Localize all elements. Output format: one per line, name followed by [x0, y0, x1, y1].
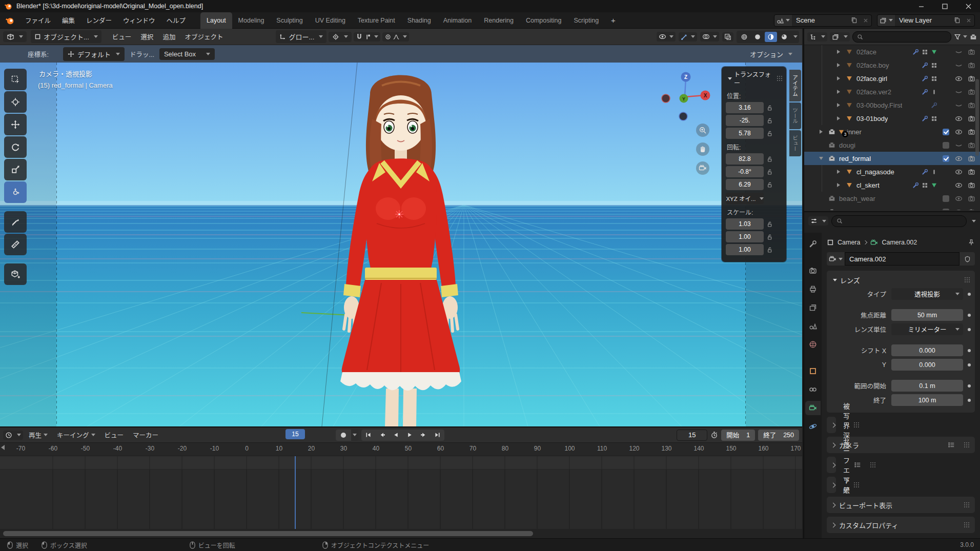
options-dropdown[interactable]: オプション: [745, 47, 797, 61]
timeline-scrollbar-thumb[interactable]: [3, 531, 533, 536]
outliner-display-mode-button[interactable]: [830, 32, 850, 42]
scene-unlink-icon[interactable]: [860, 17, 871, 24]
item-name[interactable]: 02face.girl: [856, 75, 887, 83]
viewport-canvas[interactable]: Z X Y: [0, 63, 802, 426]
workspace-tab[interactable]: Layout: [200, 12, 232, 29]
viewport-menu-item[interactable]: オブジェクト: [180, 30, 228, 44]
render-visibility-toggle[interactable]: [965, 208, 978, 211]
expand-icon[interactable]: [837, 76, 844, 80]
fake-user-shield-button[interactable]: [959, 252, 975, 266]
rotation-field[interactable]: 6.29: [726, 179, 764, 190]
workspace-tab[interactable]: Rendering: [478, 12, 520, 29]
proportional-editing-controls[interactable]: [382, 32, 409, 42]
collapsed-section-header[interactable]: カスタムプロパティ: [827, 517, 975, 533]
topbar-menu-item[interactable]: 編集: [56, 13, 80, 27]
camera-data-browse-button[interactable]: [827, 252, 845, 266]
outliner-row[interactable]: cl_skert: [804, 178, 980, 192]
new-collection-button[interactable]: [970, 33, 977, 40]
workspace-tab[interactable]: Sculpting: [270, 12, 309, 29]
rotation-mode-dropdown[interactable]: XYZ オイ...: [726, 193, 764, 204]
jump-to-start-button[interactable]: [361, 430, 375, 441]
breadcrumb-object[interactable]: Camera: [838, 239, 860, 246]
frame-start-field[interactable]: 開始1: [721, 430, 755, 441]
outliner-row[interactable]: 03-00body.First: [804, 98, 980, 112]
shading-material-button[interactable]: [765, 32, 777, 42]
jump-to-end-button[interactable]: [431, 430, 444, 441]
outliner-scrollbar[interactable]: [975, 79, 979, 156]
scale-field[interactable]: 1.00: [726, 231, 764, 242]
shading-wireframe-button[interactable]: [738, 32, 750, 42]
hide-eye-toggle[interactable]: [952, 128, 965, 136]
timeline-menu-item[interactable]: 再生: [24, 428, 52, 441]
outliner-row[interactable]: beach_wear: [804, 192, 980, 205]
hide-eye-toggle[interactable]: [952, 101, 965, 109]
exclude-checkbox[interactable]: [940, 209, 952, 211]
panel-drag-handle[interactable]: [777, 75, 783, 81]
properties-tab[interactable]: [805, 401, 821, 415]
outliner-row[interactable]: [804, 205, 980, 210]
render-visibility-toggle[interactable]: [965, 168, 978, 176]
render-visibility-toggle[interactable]: [965, 181, 978, 189]
properties-options-dropdown[interactable]: [972, 220, 976, 222]
properties-tab[interactable]: [805, 319, 821, 333]
properties-tab[interactable]: [805, 382, 821, 397]
snapping-controls[interactable]: [354, 32, 380, 42]
item-name[interactable]: red_formal: [839, 155, 871, 162]
tool-button[interactable]: [4, 114, 27, 135]
properties-tab[interactable]: [805, 263, 821, 278]
view-layer-selector[interactable]: View Layer: [877, 14, 975, 27]
hide-eye-toggle[interactable]: [952, 62, 965, 69]
sidebar-tab[interactable]: ビュー: [789, 130, 801, 157]
outliner-row[interactable]: 02face.ver2: [804, 85, 980, 98]
tool-button[interactable]: [4, 263, 27, 285]
expand-icon[interactable]: [837, 170, 844, 174]
item-name[interactable]: 02face: [856, 48, 876, 56]
preset-icon[interactable]: [948, 441, 955, 448]
expand-icon[interactable]: [837, 116, 844, 120]
pin-icon[interactable]: [968, 239, 975, 247]
mode-dropdown[interactable]: オブジェクト...: [31, 30, 101, 43]
gizmos-dropdown[interactable]: [679, 32, 697, 42]
lock-icon[interactable]: [766, 169, 773, 175]
lock-icon[interactable]: [766, 105, 773, 111]
pan-button[interactable]: [701, 147, 705, 152]
lock-icon[interactable]: [766, 156, 773, 162]
section-drag-handle[interactable]: [964, 522, 970, 528]
render-visibility-toggle[interactable]: [965, 48, 978, 56]
location-field[interactable]: -25.: [726, 115, 764, 126]
animate-dot[interactable]: [968, 384, 971, 387]
location-field[interactable]: 5.78: [726, 128, 764, 139]
item-name[interactable]: 03-00body.First: [856, 101, 902, 109]
blender-menu-icon[interactable]: [0, 16, 19, 25]
expand-icon[interactable]: [837, 183, 844, 187]
pivot-dropdown[interactable]: [329, 32, 352, 42]
view-layer-remove-icon[interactable]: [963, 17, 974, 24]
use-preview-range-button[interactable]: [710, 431, 718, 439]
lock-icon[interactable]: [766, 181, 773, 188]
property-value-field[interactable]: 透視投影: [891, 288, 963, 300]
item-name[interactable]: 03-01body: [856, 115, 888, 123]
view-layer-browse-icon[interactable]: [877, 15, 895, 26]
item-name[interactable]: inner: [847, 128, 862, 136]
render-visibility-toggle[interactable]: [965, 62, 978, 69]
exclude-checkbox[interactable]: [940, 155, 952, 162]
property-value-field[interactable]: 100 m: [891, 394, 963, 406]
animate-dot[interactable]: [968, 328, 971, 331]
lock-icon[interactable]: [766, 117, 773, 124]
expand-icon[interactable]: [837, 63, 844, 67]
collapsed-section-header[interactable]: セーフエリア: [827, 457, 836, 473]
playhead-line[interactable]: [295, 456, 296, 529]
hide-eye-toggle[interactable]: [952, 75, 965, 83]
topbar-menu-item[interactable]: ヘルプ: [161, 13, 192, 27]
tool-button[interactable]: [4, 211, 27, 233]
scene-name[interactable]: Scene: [792, 16, 848, 24]
viewport-menu-item[interactable]: ビュー: [108, 30, 136, 44]
hide-eye-toggle[interactable]: [952, 88, 965, 96]
properties-search-input[interactable]: [831, 215, 967, 227]
lock-icon[interactable]: [766, 234, 773, 240]
animate-dot[interactable]: [968, 363, 971, 366]
hide-eye-toggle[interactable]: [952, 115, 965, 123]
properties-tab[interactable]: [805, 300, 821, 315]
expand-icon[interactable]: [837, 50, 844, 54]
orientation-dropdown[interactable]: グロー...: [276, 30, 326, 43]
